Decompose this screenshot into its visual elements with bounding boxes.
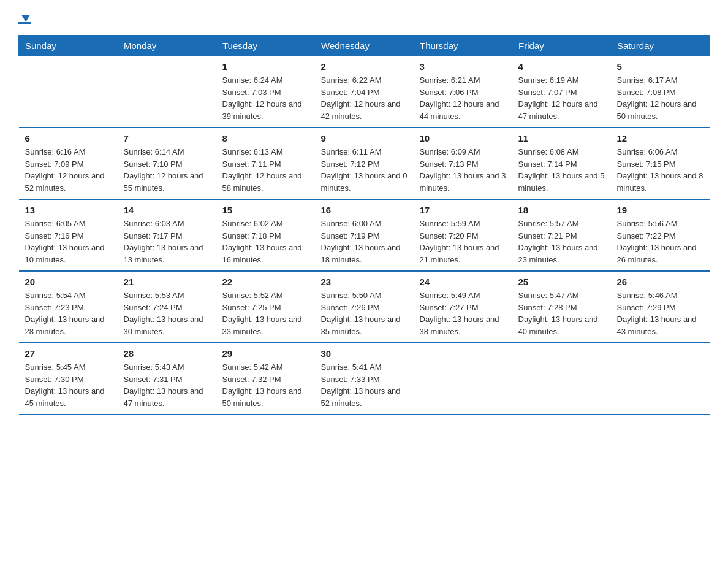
calendar-table: SundayMondayTuesdayWednesdayThursdayFrid…	[18, 35, 710, 415]
calendar-cell: 10Sunrise: 6:09 AMSunset: 7:13 PMDayligh…	[414, 128, 512, 199]
day-info: Sunrise: 6:17 AMSunset: 7:08 PMDaylight:…	[617, 74, 703, 122]
day-info: Sunrise: 6:03 AMSunset: 7:17 PMDaylight:…	[124, 218, 210, 266]
day-number: 10	[420, 133, 506, 144]
day-header-thursday: Thursday	[414, 36, 512, 56]
day-info: Sunrise: 5:41 AMSunset: 7:33 PMDaylight:…	[321, 361, 408, 409]
calendar-cell: 14Sunrise: 6:03 AMSunset: 7:17 PMDayligh…	[118, 199, 216, 271]
calendar-cell: 19Sunrise: 5:56 AMSunset: 7:22 PMDayligh…	[611, 199, 710, 271]
day-number: 6	[25, 133, 112, 144]
calendar-cell: 22Sunrise: 5:52 AMSunset: 7:25 PMDayligh…	[216, 271, 315, 343]
calendar-cell: 3Sunrise: 6:21 AMSunset: 7:06 PMDaylight…	[414, 56, 512, 128]
calendar-cell: 26Sunrise: 5:46 AMSunset: 7:29 PMDayligh…	[611, 271, 710, 343]
day-info: Sunrise: 6:19 AMSunset: 7:07 PMDaylight:…	[518, 74, 605, 122]
calendar-cell: 6Sunrise: 6:16 AMSunset: 7:09 PMDaylight…	[19, 128, 118, 199]
calendar-cell: 29Sunrise: 5:42 AMSunset: 7:32 PMDayligh…	[216, 343, 315, 415]
day-info: Sunrise: 5:42 AMSunset: 7:32 PMDaylight:…	[222, 361, 309, 409]
day-number: 14	[124, 205, 210, 215]
calendar-cell: 24Sunrise: 5:49 AMSunset: 7:27 PMDayligh…	[414, 271, 512, 343]
calendar-body: 1Sunrise: 6:24 AMSunset: 7:03 PMDaylight…	[19, 56, 710, 415]
day-info: Sunrise: 5:43 AMSunset: 7:31 PMDaylight:…	[124, 361, 210, 409]
day-info: Sunrise: 5:50 AMSunset: 7:26 PMDaylight:…	[321, 289, 408, 337]
day-info: Sunrise: 6:00 AMSunset: 7:19 PMDaylight:…	[321, 218, 408, 266]
day-header-friday: Friday	[512, 36, 611, 56]
calendar-cell: 15Sunrise: 6:02 AMSunset: 7:18 PMDayligh…	[216, 199, 315, 271]
week-row-1: 1Sunrise: 6:24 AMSunset: 7:03 PMDaylight…	[19, 56, 710, 128]
week-row-4: 20Sunrise: 5:54 AMSunset: 7:23 PMDayligh…	[19, 271, 710, 343]
day-number: 1	[222, 61, 309, 72]
calendar-cell: 18Sunrise: 5:57 AMSunset: 7:21 PMDayligh…	[512, 199, 611, 271]
day-info: Sunrise: 6:14 AMSunset: 7:10 PMDaylight:…	[124, 146, 210, 194]
calendar-cell	[611, 343, 710, 415]
day-info: Sunrise: 6:08 AMSunset: 7:14 PMDaylight:…	[518, 146, 605, 194]
day-number: 27	[25, 348, 112, 359]
calendar-cell: 27Sunrise: 5:45 AMSunset: 7:30 PMDayligh…	[19, 343, 118, 415]
day-header-sunday: Sunday	[19, 36, 118, 56]
calendar-cell: 21Sunrise: 5:53 AMSunset: 7:24 PMDayligh…	[118, 271, 216, 343]
day-number: 9	[321, 133, 408, 144]
day-info: Sunrise: 6:06 AMSunset: 7:15 PMDaylight:…	[617, 146, 703, 194]
day-number: 17	[420, 205, 506, 215]
day-number: 16	[321, 205, 408, 215]
calendar-cell: 1Sunrise: 6:24 AMSunset: 7:03 PMDaylight…	[216, 56, 315, 128]
day-number: 19	[617, 205, 703, 215]
day-number: 22	[222, 277, 309, 287]
day-number: 5	[617, 61, 703, 72]
day-number: 25	[518, 277, 605, 287]
calendar-cell: 11Sunrise: 6:08 AMSunset: 7:14 PMDayligh…	[512, 128, 611, 199]
calendar-cell: 7Sunrise: 6:14 AMSunset: 7:10 PMDaylight…	[118, 128, 216, 199]
day-info: Sunrise: 5:47 AMSunset: 7:28 PMDaylight:…	[518, 289, 605, 337]
calendar-cell	[19, 56, 118, 128]
calendar-cell: 28Sunrise: 5:43 AMSunset: 7:31 PMDayligh…	[118, 343, 216, 415]
day-number: 15	[222, 205, 309, 215]
calendar-cell: 12Sunrise: 6:06 AMSunset: 7:15 PMDayligh…	[611, 128, 710, 199]
week-row-2: 6Sunrise: 6:16 AMSunset: 7:09 PMDaylight…	[19, 128, 710, 199]
day-info: Sunrise: 5:57 AMSunset: 7:21 PMDaylight:…	[518, 218, 605, 266]
day-info: Sunrise: 6:09 AMSunset: 7:13 PMDaylight:…	[420, 146, 506, 194]
day-number: 3	[420, 61, 506, 72]
day-info: Sunrise: 6:21 AMSunset: 7:06 PMDaylight:…	[420, 74, 506, 122]
calendar-cell	[414, 343, 512, 415]
day-info: Sunrise: 5:59 AMSunset: 7:20 PMDaylight:…	[420, 218, 506, 266]
calendar-cell: 30Sunrise: 5:41 AMSunset: 7:33 PMDayligh…	[315, 343, 414, 415]
day-number: 29	[222, 348, 309, 359]
day-number: 7	[124, 133, 210, 144]
calendar-cell: 13Sunrise: 6:05 AMSunset: 7:16 PMDayligh…	[19, 199, 118, 271]
calendar-cell	[118, 56, 216, 128]
day-number: 26	[617, 277, 703, 287]
day-number: 11	[518, 133, 605, 144]
day-info: Sunrise: 6:24 AMSunset: 7:03 PMDaylight:…	[222, 74, 309, 122]
day-info: Sunrise: 5:54 AMSunset: 7:23 PMDaylight:…	[25, 289, 112, 337]
logo	[18, 12, 31, 24]
calendar-header: SundayMondayTuesdayWednesdayThursdayFrid…	[19, 36, 710, 56]
day-number: 4	[518, 61, 605, 72]
page-header	[18, 12, 710, 24]
day-info: Sunrise: 5:52 AMSunset: 7:25 PMDaylight:…	[222, 289, 309, 337]
day-info: Sunrise: 6:05 AMSunset: 7:16 PMDaylight:…	[25, 218, 112, 266]
week-row-3: 13Sunrise: 6:05 AMSunset: 7:16 PMDayligh…	[19, 199, 710, 271]
day-number: 21	[124, 277, 210, 287]
calendar-cell: 23Sunrise: 5:50 AMSunset: 7:26 PMDayligh…	[315, 271, 414, 343]
calendar-cell: 9Sunrise: 6:11 AMSunset: 7:12 PMDaylight…	[315, 128, 414, 199]
day-info: Sunrise: 5:46 AMSunset: 7:29 PMDaylight:…	[617, 289, 703, 337]
week-row-5: 27Sunrise: 5:45 AMSunset: 7:30 PMDayligh…	[19, 343, 710, 415]
day-info: Sunrise: 5:49 AMSunset: 7:27 PMDaylight:…	[420, 289, 506, 337]
calendar-cell	[512, 343, 611, 415]
day-info: Sunrise: 6:02 AMSunset: 7:18 PMDaylight:…	[222, 218, 309, 266]
day-number: 28	[124, 348, 210, 359]
day-number: 23	[321, 277, 408, 287]
calendar-cell: 8Sunrise: 6:13 AMSunset: 7:11 PMDaylight…	[216, 128, 315, 199]
day-number: 18	[518, 205, 605, 215]
header-row: SundayMondayTuesdayWednesdayThursdayFrid…	[19, 36, 710, 56]
logo-triangle-icon	[20, 12, 31, 23]
day-header-monday: Monday	[118, 36, 216, 56]
day-header-saturday: Saturday	[611, 36, 710, 56]
day-number: 30	[321, 348, 408, 359]
calendar-cell: 16Sunrise: 6:00 AMSunset: 7:19 PMDayligh…	[315, 199, 414, 271]
day-number: 8	[222, 133, 309, 144]
day-info: Sunrise: 5:56 AMSunset: 7:22 PMDaylight:…	[617, 218, 703, 266]
day-header-wednesday: Wednesday	[315, 36, 414, 56]
day-info: Sunrise: 5:53 AMSunset: 7:24 PMDaylight:…	[124, 289, 210, 337]
day-number: 2	[321, 61, 408, 72]
day-number: 24	[420, 277, 506, 287]
calendar-cell: 4Sunrise: 6:19 AMSunset: 7:07 PMDaylight…	[512, 56, 611, 128]
